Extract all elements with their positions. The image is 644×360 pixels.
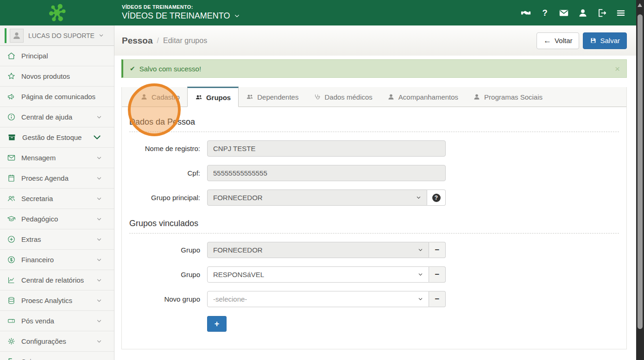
sidebar-item-central-de-ajuda[interactable]: Central de ajuda: [0, 107, 114, 127]
school-context-label: VÍDEOS DE TREINAMENTO:: [122, 4, 240, 11]
scrollbar-thumb[interactable]: [638, 14, 643, 329]
chev-icon: [416, 195, 421, 200]
chev-icon: [96, 155, 102, 161]
header-account-button[interactable]: [578, 8, 588, 18]
handshake-icon: [521, 8, 531, 18]
select-value: -selecione-: [213, 295, 247, 303]
back-button[interactable]: ← Voltar: [537, 32, 579, 49]
signout-icon: [597, 8, 607, 18]
megaphone-icon: [7, 92, 16, 101]
sidebar-item-secretaria[interactable]: Secretaria: [0, 189, 114, 209]
tab-grupos[interactable]: Grupos: [187, 87, 239, 107]
remove-group-button[interactable]: −: [429, 291, 446, 307]
sidebar-item-pedagogico[interactable]: Pedagógico: [0, 209, 114, 229]
save-button[interactable]: Salvar: [583, 32, 627, 49]
field-control: FORNECEDOR −: [207, 242, 446, 258]
sidebar-item-pos-venda[interactable]: Pós venda: [0, 311, 114, 331]
help-addon-button[interactable]: ?: [427, 189, 446, 206]
person-panel: Cadastro Grupos Dependentes Dados médico…: [121, 87, 627, 349]
section-divider: [129, 233, 619, 234]
field-control: RESPONSáVEL −: [207, 266, 446, 283]
header-logout-button[interactable]: [597, 8, 607, 18]
sidebar-item-label: Central de ajuda: [21, 113, 96, 121]
sidebar-item-label: Novos produtos: [21, 72, 107, 80]
field-control: FORNECEDOR ?: [207, 189, 446, 206]
users-icon: [7, 194, 16, 203]
sidebar-item-financeiro[interactable]: Financeiro: [0, 250, 114, 270]
brand-logo[interactable]: [0, 2, 114, 24]
gradcap-icon: [7, 215, 16, 223]
sidebar-item-gestao-de-estoque[interactable]: Gestão de Estoque: [0, 127, 114, 148]
sidebar-item-label: Pós venda: [21, 317, 96, 325]
group-f-icon: [246, 93, 253, 101]
remove-group-button[interactable]: −: [429, 266, 446, 283]
sidebar-item-pagina-de-comunicados[interactable]: Página de comunicados: [0, 87, 114, 107]
sidebar-item-label: Financeiro: [21, 256, 96, 264]
chev-icon: [418, 247, 423, 253]
sidebar-item-principal[interactable]: Principal: [0, 46, 114, 66]
stetho-icon: [313, 93, 321, 101]
scrollbar-up-arrow[interactable]: [638, 3, 642, 7]
field-label: Grupo principal:: [129, 194, 207, 202]
tab-programas-sociais[interactable]: Programas Sociais: [466, 87, 550, 107]
add-group-button[interactable]: +: [207, 316, 227, 332]
sidebar-item-label: Proesc Agenda: [21, 174, 96, 182]
select-grupo: FORNECEDOR: [207, 242, 429, 258]
sidebar-item-extras[interactable]: Extras: [0, 229, 114, 250]
group-f-icon: [195, 94, 202, 101]
sidebar: LUCAS DO SUPORTE Principal Novos produto…: [0, 25, 114, 360]
header-messages-button[interactable]: [559, 8, 569, 18]
section-title-linked-groups: Grupos vinculados: [129, 219, 619, 228]
user-icon: [12, 31, 21, 40]
sidebar-item-sair[interactable]: Sair: [0, 352, 114, 360]
section-title-person-data: Dados da Pessoa: [129, 117, 619, 127]
chev-icon: [96, 318, 102, 324]
sidebar-item-central-de-relatorios[interactable]: Central de relatórios: [0, 270, 114, 291]
field-label: Grupo: [129, 271, 207, 278]
sidebar-item-proesc-agenda[interactable]: Proesc Agenda: [0, 168, 114, 189]
remove-group-button[interactable]: −: [429, 242, 446, 258]
chev-icon: [96, 216, 102, 222]
field-label: Grupo: [129, 246, 207, 254]
save-button-label: Salvar: [600, 37, 620, 44]
tab-cadastro[interactable]: Cadastro: [133, 87, 187, 107]
chev-icon: [418, 297, 423, 302]
page-actions: ← Voltar Salvar: [537, 32, 627, 49]
envelope-f-icon: [559, 8, 569, 18]
user-f-icon: [140, 93, 148, 101]
section-divider: [129, 132, 619, 132]
select-grupo[interactable]: RESPONSáVEL: [207, 266, 429, 283]
sidebar-user-menu[interactable]: LUCAS DO SUPORTE: [0, 25, 114, 46]
input-value: CNPJ TESTE: [213, 145, 255, 152]
input-value: 55555555555555: [213, 169, 267, 177]
panel-body: Dados da Pessoa Nome de registro: CNPJ T…: [122, 107, 626, 332]
header-icon-bar: [521, 8, 626, 18]
chev-icon: [96, 176, 102, 181]
tab-dados-medicos[interactable]: Dados médicos: [306, 87, 379, 107]
tab-acompanhamentos[interactable]: Acompanhamentos: [380, 87, 466, 107]
chart-icon: [7, 276, 16, 284]
sidebar-menu: Principal Novos produtos Página de comun…: [0, 46, 114, 360]
info-icon: [7, 113, 16, 121]
school-selector[interactable]: VÍDEOS DE TREINAMENTO: [122, 11, 240, 21]
field-label: Nome de registro:: [129, 145, 207, 152]
sidebar-item-mensagem[interactable]: Mensagem: [0, 148, 114, 168]
sidebar-item-configuracoes[interactable]: Configurações: [0, 331, 114, 352]
chev-icon: [96, 278, 102, 283]
plus-circle-icon: [7, 235, 16, 244]
success-alert-message: Salvo com sucesso!: [139, 65, 201, 73]
header-menu-button[interactable]: [616, 8, 626, 18]
select-grupo-principal: FORNECEDOR: [207, 189, 427, 206]
select-novo-grupo[interactable]: -selecione-: [207, 291, 429, 307]
alert-close-button[interactable]: ×: [615, 64, 620, 73]
sidebar-item-label: Principal: [21, 52, 107, 60]
ticket-icon: [7, 316, 16, 325]
sidebar-item-label: Página de comunicados: [21, 93, 107, 101]
tab-bar: Cadastro Grupos Dependentes Dados médico…: [122, 87, 626, 107]
tab-dependentes[interactable]: Dependentes: [239, 87, 306, 107]
sidebar-item-label: Proesc Analytics: [21, 297, 96, 304]
header-handshake-button[interactable]: [521, 8, 531, 18]
sidebar-item-proesc-analytics[interactable]: Proesc Analytics: [0, 291, 114, 311]
header-help-button[interactable]: [540, 8, 550, 18]
sidebar-item-novos-produtos[interactable]: Novos produtos: [0, 66, 114, 87]
